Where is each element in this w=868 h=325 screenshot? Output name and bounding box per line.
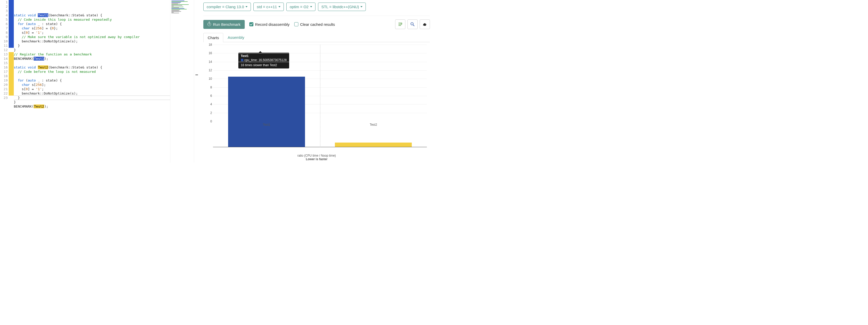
stl-dropdown-label: STL = libstdc++(GNU) — [321, 5, 359, 9]
stl-dropdown[interactable]: STL = libstdc++(GNU) — [318, 3, 366, 11]
chevron-down-icon — [246, 6, 248, 7]
compiler-explorer-icon — [398, 22, 403, 27]
results-pane: compiler = Clang 13.0 std = c++11 optim … — [199, 0, 434, 162]
chevron-down-icon — [278, 6, 280, 7]
benchmark-marker-column — [9, 0, 14, 162]
chevron-down-icon — [310, 6, 312, 7]
std-dropdown[interactable]: std = c++11 — [253, 3, 284, 11]
optim-dropdown[interactable]: optim = O2 — [286, 3, 315, 11]
open-godbolt-button[interactable] — [420, 20, 430, 29]
magnifier-icon: + — [410, 22, 415, 27]
minus-icon: – — [195, 71, 198, 78]
compiler-options-row: compiler = Clang 13.0 std = c++11 optim … — [203, 3, 430, 11]
open-compiler-explorer-button[interactable] — [395, 20, 405, 29]
tab-charts[interactable]: Charts — [203, 33, 223, 42]
svg-text:+: + — [411, 23, 412, 25]
svg-rect-2 — [399, 25, 401, 26]
tooltip-swatch-icon — [241, 59, 243, 61]
tooltip-note: 16 times slower than Test2 — [241, 63, 287, 67]
run-button-label: Run Benchmark — [213, 22, 241, 27]
result-tabs: Charts Assembly — [203, 33, 430, 42]
record-disassembly-checkbox[interactable]: Record disassembly — [249, 22, 290, 27]
chart-area: 024681012141618 Test1 cpu_time: 16.50053… — [203, 42, 430, 162]
chart-axis-title-2: Lower is faster — [203, 157, 430, 161]
chart-y-axis: 024681012141618 — [206, 45, 212, 147]
chart-plot[interactable]: Test1 cpu_time: 16.50053873075128 16 tim… — [213, 45, 427, 147]
run-benchmark-button[interactable]: Run Benchmark — [203, 20, 245, 29]
svg-line-5 — [413, 25, 414, 26]
chart-tooltip: Test1 cpu_time: 16.50053873075128 16 tim… — [238, 53, 289, 68]
dragon-icon — [422, 22, 427, 27]
line-number-gutter: 1234567891011121314151617181920212223 — [0, 0, 9, 162]
minimap-preview — [172, 1, 193, 15]
pane-splitter[interactable]: – — [194, 0, 199, 162]
checkbox-unchecked-icon — [294, 22, 298, 26]
code-area[interactable]: static void Test1(benchmark::State& stat… — [14, 0, 194, 162]
svg-rect-1 — [399, 24, 402, 25]
stopwatch-icon — [208, 23, 211, 26]
open-cpp-insights-button[interactable]: + — [407, 20, 417, 29]
editor-body[interactable]: 1234567891011121314151617181920212223 st… — [0, 0, 194, 162]
tab-assembly[interactable]: Assembly — [223, 33, 249, 42]
code-editor-pane: 1234567891011121314151617181920212223 st… — [0, 0, 194, 162]
tab-charts-label: Charts — [208, 35, 219, 40]
tooltip-title: Test1 — [241, 54, 287, 58]
compiler-dropdown-label: compiler = Clang 13.0 — [207, 5, 244, 9]
chart-x-label: Test2 — [370, 123, 377, 126]
optim-dropdown-label: optim = O2 — [290, 5, 309, 9]
minimap[interactable] — [170, 0, 194, 162]
chart-bar-test1[interactable] — [228, 77, 305, 147]
clear-cache-checkbox[interactable]: Clear cached results — [294, 22, 335, 27]
run-row: Run Benchmark Record disassembly Clear c… — [203, 16, 430, 29]
chart-bar-test2[interactable] — [335, 143, 412, 147]
chart-axis-title-1: ratio (CPU time / Noop time) — [203, 154, 430, 157]
std-dropdown-label: std = c++11 — [257, 5, 277, 9]
svg-point-7 — [425, 24, 426, 24]
checkbox-checked-icon — [249, 22, 253, 26]
record-disassembly-label: Record disassembly — [255, 22, 290, 27]
tooltip-series: cpu_time: 16.50053873075128 — [244, 58, 287, 62]
chart-x-label: Test1 — [263, 123, 270, 126]
tab-assembly-label: Assembly — [227, 35, 244, 39]
clear-cache-label: Clear cached results — [300, 22, 335, 27]
compiler-dropdown[interactable]: compiler = Clang 13.0 — [203, 3, 251, 11]
chevron-down-icon — [361, 6, 363, 7]
